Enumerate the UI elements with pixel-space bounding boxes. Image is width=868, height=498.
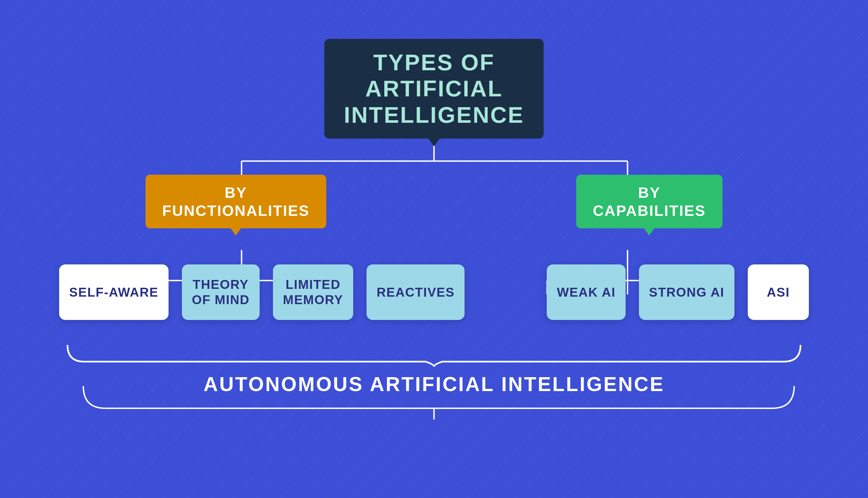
category-row: BY FUNCTIONALITIES BY CAPABILITIES [146,175,722,228]
leaf-self-aware-text: SELF-AWARE [69,285,159,300]
leaf-limited-text: LIMITEDMEMORY [283,277,343,307]
leaf-self-aware: SELF-AWARE [59,264,169,320]
leaf-gap [478,264,533,320]
leaf-weak-ai: WEAK AI [547,264,626,320]
title-text: TYPES OF ARTIFICIAL INTELLIGENCE [344,50,524,128]
leaf-strong-ai: STRONG AI [639,264,734,320]
leaf-strong-ai-text: STRONG AI [649,285,724,300]
leaf-reactives-text: REACTIVES [376,285,455,300]
category-capabilities-text: BY CAPABILITIES [593,184,706,220]
leaf-limited-memory: LIMITEDMEMORY [273,264,353,320]
right-leaf-group: WEAK AI STRONG AI ASI [547,264,809,320]
left-leaf-group: SELF-AWARE THEORYOF MIND LIMITEDMEMORY R… [59,264,465,320]
leaf-theory-text: THEORYOF MIND [192,277,250,307]
category-functionalities-text: BY FUNCTIONALITIES [162,184,310,220]
title-box: TYPES OF ARTIFICIAL INTELLIGENCE [324,39,544,139]
leaf-asi: ASI [748,264,809,320]
brace-svg [59,342,809,367]
bottom-section: AUTONOMOUS ARTIFICIAL INTELLIGENCE [0,342,868,395]
diagram-container: TYPES OF ARTIFICIAL INTELLIGENCE BY FUNC… [0,0,868,498]
leaf-weak-ai-text: WEAK AI [557,285,616,300]
leaf-theory-of-mind: THEORYOF MIND [182,264,259,320]
leaf-asi-text: ASI [767,285,790,300]
category-by-capabilities: BY CAPABILITIES [576,175,722,228]
leaf-row: SELF-AWARE THEORYOF MIND LIMITEDMEMORY R… [0,264,868,320]
category-by-functionalities: BY FUNCTIONALITIES [146,175,326,228]
autonomous-label: AUTONOMOUS ARTIFICIAL INTELLIGENCE [203,373,665,395]
leaf-reactives: REACTIVES [366,264,465,320]
